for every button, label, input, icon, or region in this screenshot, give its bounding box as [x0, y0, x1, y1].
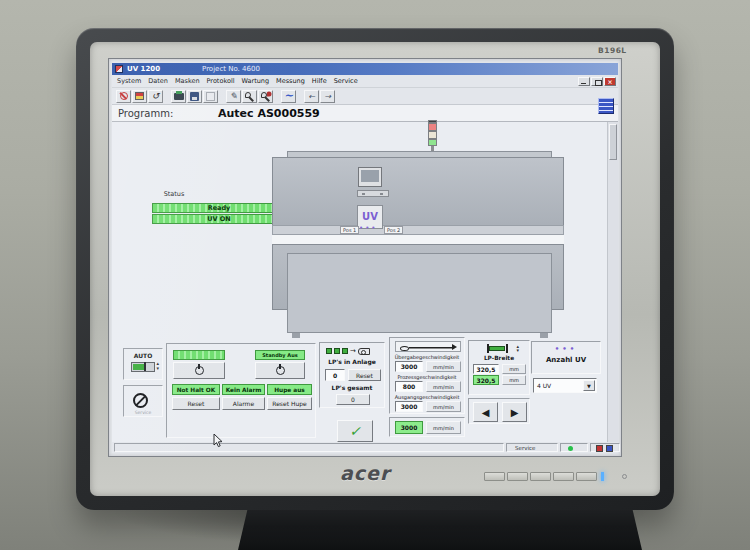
auto-mode-button[interactable]: AUTO ▴▾: [123, 348, 163, 380]
main-control-group: Standby Aus Not Halt OK Kein Alarm Hupe …: [166, 343, 316, 438]
tray-blue-icon[interactable]: [606, 445, 613, 452]
menu-service[interactable]: Service: [334, 77, 358, 85]
statusbar-mode-text: Service: [507, 444, 557, 452]
osd-button-5[interactable]: [576, 472, 597, 481]
statusbar-cell: [114, 443, 504, 452]
stop-toolbar-button[interactable]: [116, 90, 131, 103]
scrollbar-thumb[interactable]: [609, 124, 617, 160]
lp-total-button[interactable]: 0: [336, 394, 370, 405]
measure-toolbar-button[interactable]: ~: [281, 90, 296, 103]
width-set-unit: mm: [502, 364, 526, 374]
ausgang-unit: mm/min: [426, 401, 461, 412]
monitor-chin: acer: [90, 457, 660, 496]
lp-count-field: 0: [325, 369, 345, 381]
machine-foot: [292, 333, 300, 338]
reset-hupe-button[interactable]: Reset Hupe: [267, 397, 312, 410]
lp-counter-group: → LP's in Anlage 0 Reset LP's gesamt 0: [319, 342, 385, 408]
statusbar: Service: [112, 442, 618, 453]
width-ticks: ▴▾: [516, 344, 519, 352]
info-logo-button[interactable]: [598, 98, 614, 114]
wrench-plus-toolbar-button[interactable]: [258, 90, 273, 103]
copy-toolbar-button[interactable]: [203, 90, 218, 103]
wrench-icon: [244, 91, 255, 102]
osd-button-3[interactable]: [530, 472, 551, 481]
power-led: [601, 472, 604, 481]
standby-indicator: Standby Aus: [255, 350, 305, 360]
jog-right-button[interactable]: ▶: [502, 402, 527, 422]
jog-left-button[interactable]: ◀: [473, 402, 498, 422]
toolbar-separator: [219, 96, 226, 97]
not-halt-ok-indicator: Not Halt OK: [172, 384, 220, 395]
actual-speed-unit: mm/min: [426, 421, 461, 434]
osd-button-2[interactable]: [507, 472, 528, 481]
machine-key: [362, 193, 365, 195]
menu-protokoll[interactable]: Protokoll: [207, 77, 235, 85]
confirm-button[interactable]: ✓: [337, 420, 373, 442]
uebergabe-speed-field[interactable]: 3000: [395, 361, 423, 372]
language-toolbar-button[interactable]: [132, 90, 147, 103]
uv-count-dropdown[interactable]: 4 UV ▼: [533, 378, 597, 393]
service-mode-button[interactable]: Service: [123, 385, 163, 417]
program-headerbar: Programm: Autec AS000559: [112, 105, 618, 122]
auto-slider-icon: [131, 362, 155, 372]
width-actual-unit: mm: [502, 375, 526, 385]
toolbar-separator: [274, 96, 281, 97]
machine-key: [380, 193, 383, 195]
menu-hilfe[interactable]: Hilfe: [312, 77, 327, 85]
minimize-button[interactable]: [578, 77, 590, 86]
hupe-aus-indicator: Hupe aus: [267, 384, 312, 395]
vertical-scrollbar[interactable]: [607, 122, 618, 444]
toolbar-separator: [164, 96, 171, 97]
copy-icon: [206, 92, 215, 101]
actual-speed-group: 3000 mm/min: [389, 417, 465, 437]
toolbar-separator: [297, 96, 304, 97]
osd-button-1[interactable]: [484, 472, 505, 481]
menu-messung[interactable]: Messung: [276, 77, 305, 85]
acer-logo: acer: [340, 462, 390, 484]
lp-flow-icon: →: [324, 346, 382, 356]
status-label: Status: [156, 190, 192, 198]
tower-green-light: [428, 139, 437, 146]
board-icon: [342, 348, 348, 354]
main-power-button[interactable]: [173, 362, 225, 379]
ausgang-speed-field[interactable]: 3000: [395, 401, 423, 412]
menu-wartung[interactable]: Wartung: [242, 77, 270, 85]
uebergabe-unit: mm/min: [426, 361, 461, 372]
close-button[interactable]: ×: [604, 77, 616, 86]
actual-speed-value: 3000: [395, 421, 423, 434]
back-toolbar-button[interactable]: ←: [304, 90, 319, 103]
wave-icon: ~: [284, 91, 293, 101]
mouse-cursor: [213, 434, 224, 453]
board-icon: [334, 348, 340, 354]
forward-toolbar-button[interactable]: →: [320, 90, 335, 103]
power-icon: [276, 366, 285, 375]
wrench-toolbar-button[interactable]: [242, 90, 257, 103]
tray-red-icon[interactable]: [596, 445, 603, 452]
edit-toolbar-button[interactable]: ✎: [226, 90, 241, 103]
toolbar: ↺ ✎ ~ ← →: [112, 88, 618, 105]
undo-toolbar-button[interactable]: ↺: [148, 90, 163, 103]
alarme-button[interactable]: Alarme: [222, 397, 265, 410]
program-value: Autec AS000559: [218, 107, 320, 120]
print-toolbar-button[interactable]: [171, 90, 186, 103]
pos1-tag: Pos 1: [340, 226, 359, 234]
menu-masken[interactable]: Masken: [175, 77, 200, 85]
save-icon: [190, 92, 199, 101]
flow-arrow-icon: →: [350, 348, 356, 354]
reset-button[interactable]: Reset: [172, 397, 220, 410]
prozess-speed-field[interactable]: 800: [395, 381, 423, 392]
dropdown-arrow-icon[interactable]: ▼: [583, 380, 595, 391]
menu-daten[interactable]: Daten: [148, 77, 168, 85]
program-label: Programm:: [118, 108, 173, 119]
save-toolbar-button[interactable]: [187, 90, 202, 103]
tower-amber-light: [428, 131, 437, 139]
lp-reset-button[interactable]: Reset: [348, 369, 381, 381]
menu-system[interactable]: System: [117, 77, 141, 85]
counter-icon: [358, 348, 370, 355]
pos2-tag: Pos 2: [384, 226, 403, 234]
standby-power-button[interactable]: [255, 362, 305, 379]
board-icon: [326, 348, 332, 354]
osd-button-4[interactable]: [553, 472, 574, 481]
width-set-field[interactable]: 320,5: [473, 364, 499, 374]
restore-button[interactable]: [591, 77, 603, 86]
